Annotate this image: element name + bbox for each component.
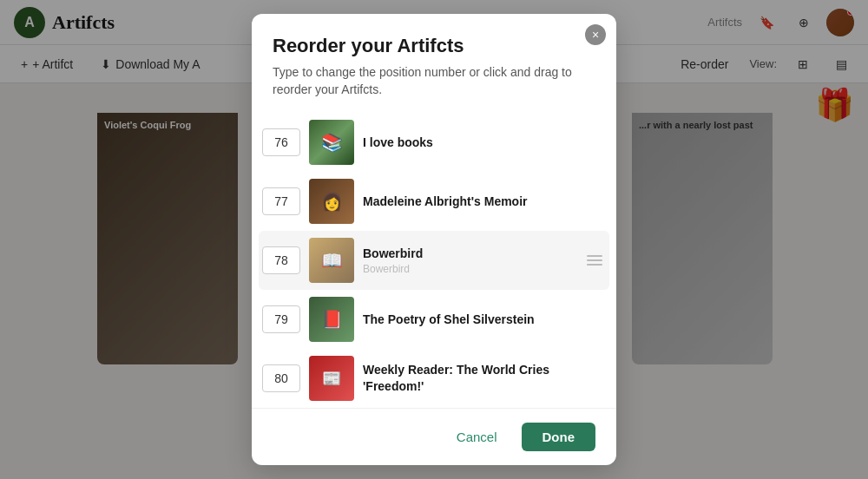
reorder-modal: × Reorder your Artifcts Type to change t… — [252, 14, 616, 464]
position-input-4[interactable]: 79 — [262, 305, 300, 333]
position-input-2[interactable]: 77 — [262, 187, 300, 215]
modal-subtitle: Type to change the position number or cl… — [273, 64, 595, 98]
book-thumbnail-3: 📖 — [309, 238, 354, 283]
list-item-text-1: I love books — [363, 135, 606, 150]
position-input-1[interactable]: 76 — [262, 128, 300, 156]
book-thumbnail-1: 📚 — [309, 120, 354, 165]
list-item[interactable]: 76 📚 I love books — [259, 113, 609, 172]
list-item-title-1: I love books — [363, 135, 606, 150]
list-item-title-4: The Poetry of Shel Silverstein — [363, 312, 606, 327]
list-item[interactable]: 77 👩 Madeleine Albright's Memoir — [259, 172, 609, 231]
modal-overlay: × Reorder your Artifcts Type to change t… — [0, 0, 868, 479]
done-button[interactable]: Done — [522, 423, 596, 451]
cancel-button[interactable]: Cancel — [443, 423, 511, 451]
drag-handle-line — [587, 255, 602, 257]
list-item[interactable]: 78 📖 Bowerbird Bowerbird — [259, 231, 609, 290]
drag-handle-line — [587, 264, 602, 266]
position-input-5[interactable]: 80 — [262, 364, 300, 392]
list-item-title-2: Madeleine Albright's Memoir — [363, 194, 606, 209]
drag-handle[interactable] — [583, 252, 606, 269]
list-item-text-3: Bowerbird Bowerbird — [363, 246, 575, 275]
list-item-text-2: Madeleine Albright's Memoir — [363, 194, 606, 209]
list-item[interactable]: 79 📕 The Poetry of Shel Silverstein — [259, 290, 609, 349]
modal-footer: Cancel Done — [252, 408, 616, 465]
book-thumbnail-4: 📕 — [309, 297, 354, 342]
list-item-text-4: The Poetry of Shel Silverstein — [363, 312, 606, 327]
list-item-title-5: Weekly Reader: The World Cries 'Freedom!… — [363, 362, 606, 393]
book-thumbnail-5: 📰 — [309, 356, 354, 401]
list-item-text-5: Weekly Reader: The World Cries 'Freedom!… — [363, 362, 606, 393]
list-item-title-3: Bowerbird — [363, 246, 575, 261]
close-icon: × — [592, 28, 599, 42]
modal-header: Reorder your Artifcts Type to change the… — [252, 14, 616, 112]
list-item-subtitle-3: Bowerbird — [363, 263, 575, 275]
modal-title: Reorder your Artifcts — [273, 35, 595, 57]
book-thumbnail-2: 👩 — [309, 179, 354, 224]
drag-handle-line — [587, 259, 602, 261]
list-item[interactable]: 80 📰 Weekly Reader: The World Cries 'Fre… — [259, 349, 609, 408]
position-input-3[interactable]: 78 — [262, 246, 300, 274]
reorder-list: 76 📚 I love books 77 👩 — [252, 113, 616, 408]
